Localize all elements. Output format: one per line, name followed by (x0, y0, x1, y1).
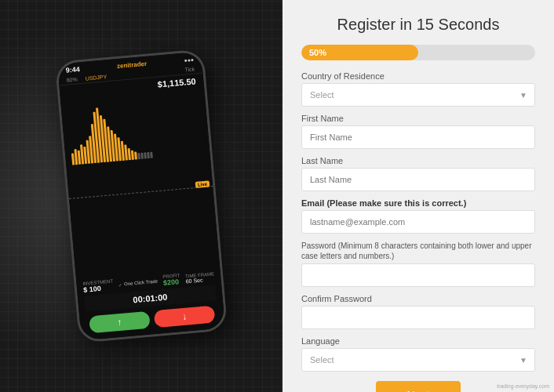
language-select-wrapper: Select ▼ (301, 348, 535, 372)
email-input[interactable] (301, 210, 535, 234)
language-select[interactable]: Select (301, 348, 535, 372)
last-name-input[interactable] (301, 168, 535, 191)
profit-value: $200 (163, 278, 181, 287)
first-name-label: First Name (301, 114, 535, 123)
registration-form-panel: Register in 15 Seconds 50% Country of Re… (282, 0, 554, 392)
next-button[interactable]: Next (376, 381, 461, 392)
country-label: Country of Residence (301, 71, 535, 81)
last-name-group: Last Name (301, 156, 535, 191)
email-group: Email (Please make sure this is correct.… (301, 198, 535, 234)
price-label: Live (195, 180, 210, 188)
one-click-label: One Click Trade (124, 279, 158, 287)
confirm-password-label: Confirm Password (301, 294, 535, 303)
country-group: Country of Residence Select ▼ (301, 71, 535, 107)
chart-area: Live (60, 87, 220, 278)
watermark: trading-everyday.com (497, 383, 549, 389)
progress-text: 50% (309, 48, 326, 57)
language-label: Language (301, 336, 535, 346)
phone-time: 9:44 (65, 65, 80, 74)
sell-button[interactable]: ↓ (154, 305, 216, 328)
country-select[interactable]: Select (301, 83, 535, 107)
last-name-label: Last Name (301, 156, 535, 165)
buy-button[interactable]: ↑ (89, 311, 151, 334)
left-panel: 9:44 zenitrader ●●● 80% USDJPY Tick $1,1… (0, 0, 282, 392)
language-group: Language Select ▼ (301, 336, 535, 372)
email-label: Email (Please make sure this is correct.… (301, 198, 535, 208)
progress-bar-bg: 50% (301, 45, 535, 60)
confirm-password-group: Confirm Password (301, 294, 535, 329)
first-name-input[interactable] (301, 125, 535, 149)
phone-brand: zenitrader (117, 60, 148, 69)
first-name-group: First Name (301, 114, 535, 149)
confirm-password-input[interactable] (301, 306, 535, 329)
down-arrow-icon: ↓ (182, 311, 188, 322)
password-input[interactable] (301, 263, 535, 287)
trading-pair: USDJPY (85, 74, 107, 81)
password-group: Password (Minimum 8 characters containin… (301, 241, 535, 287)
up-arrow-icon: ↑ (117, 317, 122, 328)
invest-amount: $ 100 (83, 284, 114, 294)
progress-bar-fill: 50% (301, 45, 418, 60)
country-select-wrapper: Select ▼ (301, 83, 535, 107)
form-title: Register in 15 Seconds (301, 16, 535, 34)
progress-container: 50% (301, 45, 535, 60)
password-label: Password (Minimum 8 characters containin… (301, 241, 535, 261)
phone-mockup: 9:44 zenitrader ●●● 80% USDJPY Tick $1,1… (55, 49, 228, 343)
